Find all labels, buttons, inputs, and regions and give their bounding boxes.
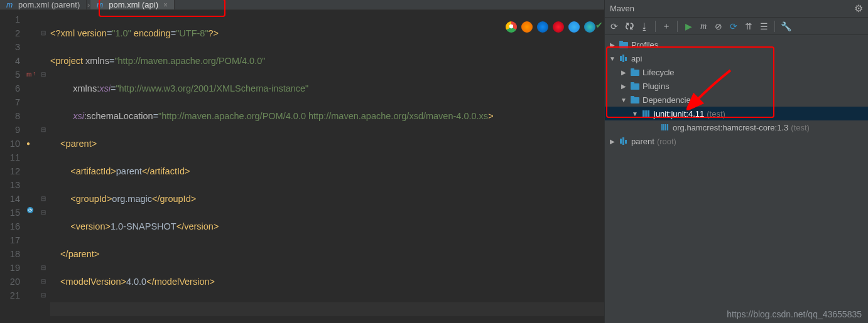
line-gutter: 1 2 3 4 5 6 7 8 9 10 11 12 13 14 15 16 1… bbox=[0, 13, 25, 323]
line-number: 19 bbox=[0, 261, 20, 275]
folder-icon bbox=[630, 81, 640, 91]
fold-gutter: ⊟ ⊟ ⊟ ⊟ ⊟ ⊟ ⊟ ⊟ bbox=[39, 13, 48, 323]
fold-icon[interactable]: ⊟ bbox=[39, 26, 48, 40]
chevron-down-icon: ▼ bbox=[609, 55, 616, 62]
bulb-icon[interactable]: ● bbox=[26, 137, 30, 151]
line-number: 3 bbox=[0, 40, 20, 54]
svg-rect-8 bbox=[625, 57, 627, 61]
tab-label: pom.xml (parent) bbox=[18, 0, 80, 9]
tree-label: api bbox=[631, 54, 642, 63]
tree-dependencies[interactable]: ▼ Dependencies bbox=[605, 93, 868, 107]
maven-title: Maven bbox=[610, 4, 634, 13]
maven-tree[interactable]: ▶ Profiles ▼ api ▶ Lifecycle ▶ Plugins ▼ bbox=[605, 35, 868, 323]
line-number: 9 bbox=[0, 123, 20, 137]
chevron-down-icon: ▼ bbox=[631, 110, 639, 117]
expand-icon[interactable]: ☰ bbox=[758, 21, 769, 32]
tree-label: parent bbox=[631, 137, 654, 146]
maven-icon: m bbox=[6, 1, 15, 9]
code-content[interactable]: <?xml version="1.0" encoding="UTF-8"?> <… bbox=[48, 13, 604, 323]
svg-rect-14 bbox=[631, 96, 634, 98]
svg-text:⟳: ⟳ bbox=[28, 208, 33, 213]
svg-rect-12 bbox=[631, 82, 634, 84]
fold-icon[interactable]: ⊟ bbox=[39, 68, 48, 82]
gutter-m-icon[interactable]: m↑ bbox=[26, 68, 35, 82]
tree-lifecycle[interactable]: ▶ Lifecycle bbox=[605, 65, 868, 79]
svg-rect-7 bbox=[622, 55, 624, 62]
watermark: https://blog.csdn.net/qq_43655835 bbox=[727, 309, 862, 319]
collapse-icon[interactable]: ⇈ bbox=[743, 21, 754, 32]
line-number: 4 bbox=[0, 54, 20, 68]
fold-icon[interactable]: ⊟ bbox=[39, 275, 48, 289]
svg-rect-21 bbox=[665, 124, 666, 130]
opera-icon[interactable] bbox=[553, 21, 564, 33]
scope-label: (test) bbox=[707, 109, 725, 119]
chrome-icon[interactable] bbox=[506, 21, 517, 33]
line-number: 5 bbox=[0, 68, 20, 82]
tree-label: Profiles bbox=[631, 40, 658, 50]
svg-rect-9 bbox=[631, 70, 639, 76]
line-number: 21 bbox=[0, 289, 20, 302]
skip-tests-icon[interactable]: ⊘ bbox=[713, 21, 724, 32]
line-number: 12 bbox=[0, 164, 20, 178]
download-icon[interactable]: ⭳ bbox=[639, 21, 650, 32]
line-number: 7 bbox=[0, 95, 20, 109]
gutter-badge-icon[interactable]: ⟳ bbox=[26, 206, 35, 214]
settings-icon[interactable]: 🔧 bbox=[780, 21, 791, 32]
safari-icon[interactable] bbox=[537, 21, 548, 33]
toggle-offline-icon[interactable]: ⟳ bbox=[728, 21, 739, 32]
svg-rect-6 bbox=[620, 56, 622, 61]
browser-preview-icons bbox=[506, 21, 595, 33]
tree-label: Plugins bbox=[643, 82, 670, 91]
svg-rect-20 bbox=[663, 124, 665, 130]
tab-pom-parent[interactable]: m pom.xml (parent) bbox=[0, 0, 87, 9]
folder-icon bbox=[630, 67, 640, 77]
line-number: 2 bbox=[0, 26, 20, 40]
line-number: 8 bbox=[0, 109, 20, 123]
svg-text:m: m bbox=[97, 1, 103, 9]
module-icon bbox=[619, 53, 629, 63]
gear-icon[interactable]: ⚙ bbox=[854, 3, 863, 14]
tree-hamcrest[interactable]: org.hamcrest:hamcrest-core:1.3 (test) bbox=[605, 120, 868, 134]
m-icon[interactable]: m bbox=[698, 21, 709, 32]
line-number: 11 bbox=[0, 151, 20, 164]
tab-pom-api[interactable]: m pom.xml (api) × bbox=[90, 0, 175, 9]
tree-api[interactable]: ▼ api bbox=[605, 51, 868, 65]
generate-sources-icon[interactable]: 🗘 bbox=[624, 21, 635, 32]
tree-label: Lifecycle bbox=[643, 68, 675, 77]
line-number: 17 bbox=[0, 233, 20, 247]
close-icon[interactable]: × bbox=[163, 1, 168, 9]
code-area[interactable]: 1 2 3 4 5 6 7 8 9 10 11 12 13 14 15 16 1… bbox=[0, 10, 604, 323]
tree-label: Dependencies bbox=[643, 95, 695, 105]
library-icon bbox=[660, 122, 670, 132]
tree-profiles[interactable]: ▶ Profiles bbox=[605, 38, 868, 51]
gutter-marks: m↑ ● ⟳ bbox=[25, 13, 39, 323]
svg-rect-5 bbox=[619, 41, 623, 43]
svg-rect-10 bbox=[631, 68, 634, 70]
svg-rect-25 bbox=[625, 140, 627, 144]
fold-icon[interactable]: ⊟ bbox=[39, 192, 48, 206]
tree-label: org.hamcrest:hamcrest-core:1.3 bbox=[673, 123, 788, 132]
line-number: 18 bbox=[0, 247, 20, 261]
tab-label: pom.xml (api) bbox=[109, 0, 158, 9]
edge-icon[interactable] bbox=[584, 21, 595, 33]
run-icon[interactable]: ▶ bbox=[683, 21, 694, 32]
tree-label: junit:junit:4.11 bbox=[654, 109, 704, 119]
tree-junit[interactable]: ▼ junit:junit:4.11 (test) bbox=[605, 107, 868, 120]
fold-icon[interactable]: ⊟ bbox=[39, 289, 48, 302]
fold-icon[interactable]: ⊟ bbox=[39, 123, 48, 137]
firefox-icon[interactable] bbox=[521, 21, 533, 33]
tree-plugins[interactable]: ▶ Plugins bbox=[605, 79, 868, 93]
svg-rect-19 bbox=[661, 124, 663, 130]
ie-icon[interactable] bbox=[568, 21, 580, 33]
line-number: 14 bbox=[0, 192, 20, 206]
line-number: 20 bbox=[0, 275, 20, 289]
tree-parent[interactable]: ▶ parent (root) bbox=[605, 134, 868, 148]
refresh-icon[interactable]: ⟳ bbox=[609, 21, 620, 32]
folder-icon bbox=[619, 40, 629, 50]
add-icon[interactable]: ＋ bbox=[661, 21, 672, 32]
line-number: 16 bbox=[0, 220, 20, 233]
fold-icon[interactable]: ⊟ bbox=[39, 261, 48, 275]
fold-icon[interactable]: ⊟ bbox=[39, 206, 48, 220]
editor-pane: m pom.xml (parent) › m pom.xml (api) × ✔ bbox=[0, 0, 604, 323]
chevron-down-icon: ▼ bbox=[620, 97, 627, 103]
